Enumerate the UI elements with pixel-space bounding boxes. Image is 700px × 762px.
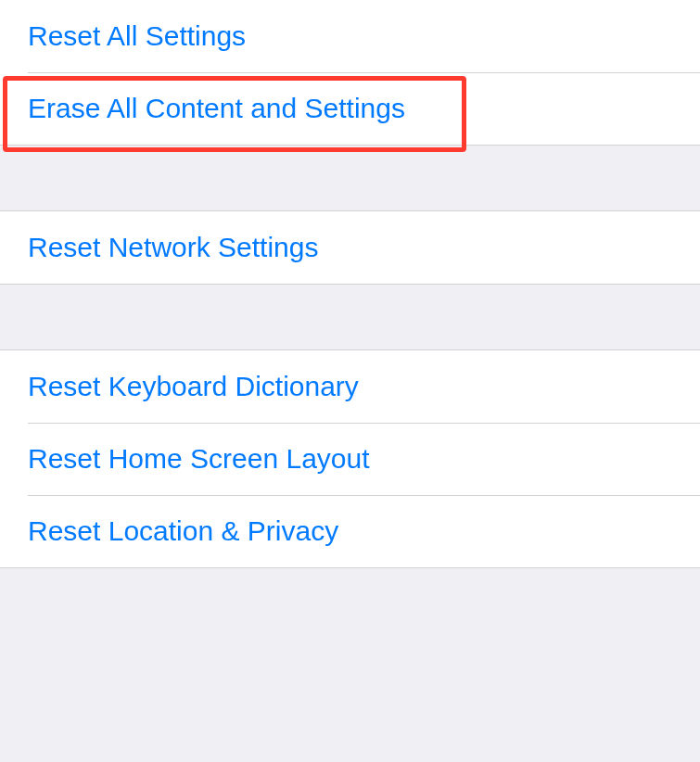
settings-group-1: Reset All Settings Erase All Content and… xyxy=(0,0,700,146)
reset-keyboard-dictionary-button[interactable]: Reset Keyboard Dictionary xyxy=(0,350,700,423)
reset-location-privacy-button[interactable]: Reset Location & Privacy xyxy=(0,495,700,567)
section-spacer xyxy=(0,146,700,210)
section-spacer xyxy=(0,285,700,349)
bottom-spacer xyxy=(0,568,700,762)
reset-network-settings-button[interactable]: Reset Network Settings xyxy=(0,211,700,284)
reset-home-screen-button[interactable]: Reset Home Screen Layout xyxy=(0,423,700,495)
erase-all-content-button[interactable]: Erase All Content and Settings xyxy=(0,72,700,145)
settings-group-3: Reset Keyboard Dictionary Reset Home Scr… xyxy=(0,349,700,568)
settings-group-2: Reset Network Settings xyxy=(0,210,700,285)
reset-all-settings-button[interactable]: Reset All Settings xyxy=(0,0,700,72)
